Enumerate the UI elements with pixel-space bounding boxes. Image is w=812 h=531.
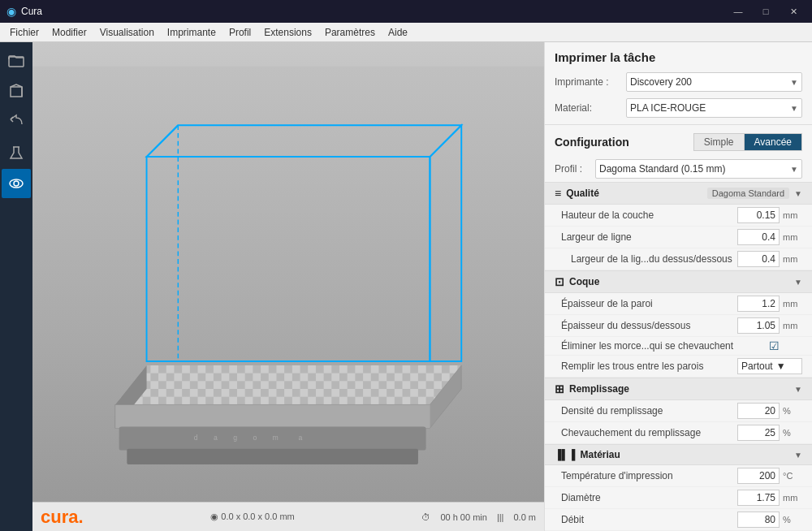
close-button[interactable]: ✕	[781, 3, 806, 19]
menu-imprimante[interactable]: Imprimante	[161, 25, 222, 40]
config-section: Configuration Simple Avancée	[545, 128, 812, 156]
menu-parametres[interactable]: Paramètres	[318, 25, 382, 40]
section-remplissage[interactable]: ⊞ Remplissage ▼	[545, 378, 812, 400]
material-value: PLA ICE-ROUGE	[630, 102, 706, 114]
epaisseur-paroi-input[interactable]	[737, 296, 780, 312]
qualite-arrow: ▼	[794, 189, 802, 198]
eliminer-checkbox[interactable]: ☑	[769, 339, 780, 352]
largeur-dessus-input[interactable]	[737, 251, 780, 267]
svg-rect-1	[11, 87, 22, 97]
setting-diametre: Diamètre mm	[545, 487, 812, 509]
profil-select[interactable]: Dagoma Standard (0.15 mm) ▼	[595, 159, 802, 179]
svg-point-4	[14, 181, 19, 186]
materiau-label: Matériau	[581, 449, 620, 460]
flask-tool-button[interactable]	[2, 138, 31, 167]
hauteur-couche-input[interactable]	[737, 207, 780, 223]
chevauchement-input[interactable]	[737, 425, 780, 441]
menu-visualisation[interactable]: Visualisation	[93, 25, 161, 40]
maximize-button[interactable]: □	[754, 3, 778, 19]
remplissage-icon: ⊞	[555, 382, 564, 395]
qualite-label: Qualité	[566, 188, 599, 199]
densite-input[interactable]	[737, 403, 780, 419]
print-task-header: Imprimer la tâche	[545, 42, 812, 69]
left-sidebar	[0, 42, 32, 531]
tab-avance[interactable]: Avancée	[744, 133, 802, 151]
svg-text:g: g	[233, 434, 237, 442]
undo-tool-button[interactable]	[2, 107, 31, 136]
menu-modifier[interactable]: Modifier	[45, 25, 93, 40]
setting-temperature: Température d'impression °C	[545, 465, 812, 487]
app-title: Cura	[21, 6, 726, 17]
print-time: 00 h 00 min	[440, 512, 486, 522]
bottom-status-bar: cura. ◉ 0.0 x 0.0 x 0.0 mm ⏱ 00 h 00 min…	[32, 502, 544, 531]
box-tool-button[interactable]	[2, 76, 31, 106]
setting-hauteur-couche: Hauteur de la couche mm	[545, 205, 812, 227]
printer-row: Imprimante : Discovery 200 ▼	[545, 69, 812, 95]
brand-text: cura	[41, 507, 78, 527]
setting-densite: Densité du remplissage %	[545, 400, 812, 422]
open-folder-button[interactable]	[2, 45, 31, 75]
materiau-arrow: ▼	[794, 451, 802, 460]
view-toggle-button[interactable]	[2, 169, 31, 198]
printer-dropdown-arrow: ▼	[790, 78, 798, 87]
diametre-input[interactable]	[737, 490, 780, 506]
remplir-arrow: ▼	[776, 360, 786, 372]
epaisseur-dessus-input[interactable]	[737, 317, 780, 334]
setting-largeur-ligne: Largeur de ligne mm	[545, 227, 812, 248]
brand-dot: .	[78, 507, 83, 527]
svg-marker-10	[115, 365, 461, 404]
materiau-icon: ▐▌▐	[555, 449, 576, 460]
coord-icon: ◉	[210, 512, 218, 521]
svg-text:m: m	[273, 434, 279, 442]
material-dropdown-arrow: ▼	[790, 104, 798, 113]
menu-profil[interactable]: Profil	[222, 25, 257, 40]
profil-dropdown-arrow: ▼	[790, 165, 798, 174]
remplir-value: Partout	[741, 360, 773, 372]
material-row: Material: PLA ICE-ROUGE ▼	[545, 95, 812, 121]
titlebar: ◉ Cura — □ ✕	[0, 0, 812, 23]
largeur-ligne-input[interactable]	[737, 229, 780, 245]
coque-arrow: ▼	[794, 278, 802, 287]
section-qualite[interactable]: ≡ Qualité Dagoma Standard ▼	[545, 182, 812, 205]
printer-label: Imprimante :	[555, 76, 620, 88]
coque-label: Coque	[569, 276, 599, 287]
dagoma-badge: Dagoma Standard	[707, 188, 789, 199]
setting-largeur-dessus: Largeur de la lig...du dessus/dessous mm	[545, 248, 812, 270]
temperature-input[interactable]	[737, 468, 780, 484]
menu-extensions[interactable]: Extensions	[257, 25, 318, 40]
printer-select[interactable]: Discovery 200 ▼	[626, 72, 802, 92]
section-materiau[interactable]: ▐▌▐ Matériau ▼	[545, 444, 812, 465]
brand-logo: cura.	[41, 507, 84, 528]
setting-debit: Débit %	[545, 509, 812, 531]
setting-epaisseur-dessus: Épaisseur du dessus/dessous mm	[545, 315, 812, 337]
window-controls: — □ ✕	[726, 3, 806, 19]
remplissage-arrow: ▼	[794, 385, 802, 394]
profil-label: Profil :	[555, 163, 589, 175]
menu-fichier[interactable]: Fichier	[3, 25, 45, 40]
right-settings-panel: Imprimer la tâche Imprimante : Discovery…	[544, 42, 812, 531]
material-select[interactable]: PLA ICE-ROUGE ▼	[626, 98, 802, 118]
debit-input[interactable]	[737, 512, 780, 528]
remplissage-label: Remplissage	[569, 383, 629, 395]
section-coque[interactable]: ⊡ Coque ▼	[545, 270, 812, 293]
print-length: 0.0 m	[513, 512, 536, 522]
length-icon: |||	[497, 512, 504, 522]
minimize-button[interactable]: —	[726, 3, 750, 19]
remplir-dropdown[interactable]: Partout ▼	[737, 358, 802, 374]
viewport-svg: d a g o m a	[32, 42, 544, 531]
svg-text:a: a	[214, 434, 218, 442]
main-layout: d a g o m a cura.	[0, 42, 812, 531]
menubar: Fichier Modifier Visualisation Imprimant…	[0, 23, 812, 42]
tab-simple[interactable]: Simple	[693, 133, 744, 151]
profil-value: Dagoma Standard (0.15 mm)	[599, 163, 725, 175]
config-tabs: Simple Avancée	[693, 133, 802, 151]
setting-eliminer-morceaux: Éliminer les morce...qui se chevauchent …	[545, 337, 812, 356]
config-title: Configuration	[555, 136, 629, 149]
time-icon: ⏱	[421, 512, 430, 522]
svg-marker-13	[115, 404, 430, 428]
coordinates-display: ◉ 0.0 x 0.0 x 0.0 mm	[210, 512, 295, 522]
menu-aide[interactable]: Aide	[382, 25, 414, 40]
3d-viewport[interactable]: d a g o m a cura.	[32, 42, 544, 531]
setting-chevauchement: Chevauchement du remplissage %	[545, 422, 812, 444]
printer-value: Discovery 200	[630, 76, 692, 88]
